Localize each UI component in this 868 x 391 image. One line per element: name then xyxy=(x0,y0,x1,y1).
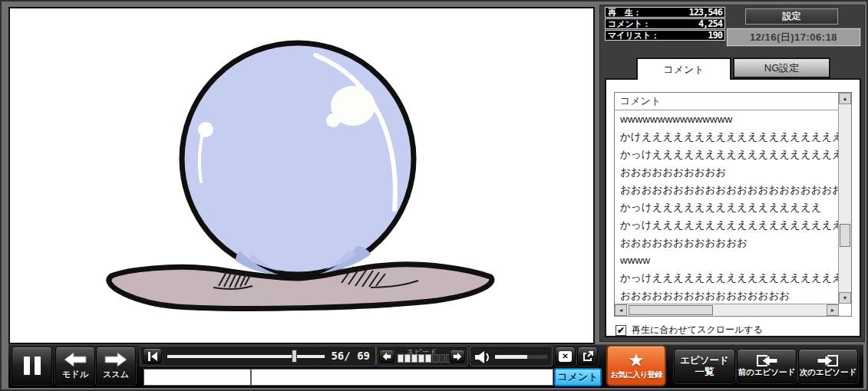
arrow-right-icon xyxy=(453,352,462,361)
prev-episode-icon xyxy=(755,354,778,367)
comment-row[interactable]: かっけええええええええええええええええええ xyxy=(615,216,838,234)
speed-segments xyxy=(398,354,452,363)
stat-comments: コメント： 4,254 xyxy=(605,18,725,29)
seek-thumb[interactable] xyxy=(292,350,297,363)
scroll-left-button[interactable]: ◄ xyxy=(615,304,627,316)
arrow-right-icon xyxy=(104,352,127,367)
pause-icon xyxy=(24,356,41,375)
vertical-scrollbar[interactable]: ▲ ▼ xyxy=(838,93,851,304)
episode-list-label-2: 一覧 xyxy=(695,366,715,378)
stat-views: 再 生： 123,546 xyxy=(605,7,725,18)
comment-input[interactable] xyxy=(251,369,553,386)
volume-control xyxy=(470,346,553,366)
comment-row[interactable]: wwww xyxy=(615,251,838,269)
speaker-icon xyxy=(474,350,491,364)
crystal-ball xyxy=(182,43,414,274)
comment-row[interactable]: おおおおおおおおおお xyxy=(615,163,838,181)
arrow-left-icon xyxy=(64,352,87,367)
step-forward-button[interactable]: ススム xyxy=(96,347,136,385)
scroll-down-button[interactable]: ▼ xyxy=(839,292,851,304)
autoscroll-label: 再生に合わせてスクロールする xyxy=(632,324,763,337)
stat-views-value: 123,546 xyxy=(688,7,724,18)
volume-track[interactable] xyxy=(495,355,547,359)
add-favorite-button[interactable]: ★ お気に入り登録 xyxy=(606,345,666,386)
autoscroll-checkbox[interactable]: ✔ xyxy=(616,325,626,336)
comment-panel: コメント wwwwwwwwwwwwwww かけえええええええええええええええええ… xyxy=(605,78,861,337)
command-input[interactable] xyxy=(144,369,251,386)
prev-episode-label: 前のエピソード xyxy=(738,367,796,378)
pause-button[interactable] xyxy=(12,347,52,385)
add-favorite-label: お気に入り登録 xyxy=(610,370,662,380)
volume-fill xyxy=(495,355,527,359)
speed-up-button[interactable] xyxy=(450,350,465,363)
datetime-display: 12/16(日)17:06:18 xyxy=(726,28,861,47)
stat-mylist-label: マイリスト： xyxy=(606,30,659,41)
comment-row[interactable]: かっけええええええええええええええええええええ xyxy=(615,146,838,163)
next-episode-label: 次のエピソード xyxy=(800,367,857,378)
expand-icon xyxy=(582,350,594,363)
info-panel: 再 生： 123,546 コメント： 4,254 マイリスト： 190 設定 1… xyxy=(599,5,865,342)
vertical-scroll-thumb[interactable] xyxy=(840,224,850,247)
settings-button[interactable]: 設定 xyxy=(745,8,838,25)
comment-row[interactable]: おおおおおおおおおおおおおおおおおおおおおお xyxy=(615,181,838,199)
go-to-start-button[interactable] xyxy=(143,348,162,364)
comment-off-icon: ✕ xyxy=(559,351,572,362)
prev-episode-button[interactable]: 前のエピソード xyxy=(737,349,797,383)
episode-list-button[interactable]: エピソード 一覧 xyxy=(674,349,735,383)
stat-views-label: 再 生： xyxy=(606,7,642,18)
stat-mylist-value: 190 xyxy=(708,30,724,41)
crystal-ball-artwork xyxy=(10,8,593,343)
tab-ng-settings[interactable]: NG設定 xyxy=(733,58,830,78)
ball-highlight-small xyxy=(198,122,213,137)
video-canvas[interactable] xyxy=(8,7,595,344)
stat-comments-value: 4,254 xyxy=(698,18,724,29)
comment-rows: wwwwwwwwwwwwwww かけええええええええええええええええええええええ… xyxy=(615,110,838,304)
toggle-comments-button[interactable]: ✕ xyxy=(555,347,576,366)
comment-row[interactable]: おおおおおおおおおおおお xyxy=(615,234,838,251)
post-comment-button[interactable]: コメント xyxy=(554,368,602,386)
comment-row[interactable]: かけええええええええええええええええええええええ xyxy=(615,128,838,146)
comment-row[interactable]: おおおおおおおおおおおおおおおお xyxy=(615,287,838,304)
step-back-label: モドル xyxy=(62,369,88,380)
comment-row[interactable]: wwwwwwwwwwwwwww xyxy=(615,110,838,128)
stat-mylist: マイリスト： 190 xyxy=(605,30,725,41)
comment-row[interactable]: かっけええええええええええええええええ xyxy=(615,199,838,216)
comment-list-header: コメント xyxy=(615,93,839,110)
comment-row[interactable]: かっけええええええええええええええええええええええ xyxy=(615,269,838,287)
speed-control: スピード xyxy=(376,346,468,366)
speed-down-button[interactable] xyxy=(379,350,394,363)
player-window: 再 生： 123,546 コメント： 4,254 マイリスト： 190 設定 1… xyxy=(0,0,868,391)
next-episode-icon xyxy=(817,354,840,367)
fullscreen-button[interactable] xyxy=(577,347,598,366)
arrow-left-icon xyxy=(382,352,391,361)
step-back-button[interactable]: モドル xyxy=(55,347,95,385)
stat-comments-label: コメント： xyxy=(606,18,651,30)
star-icon: ★ xyxy=(628,351,645,370)
scroll-right-button[interactable]: ► xyxy=(827,304,839,316)
step-forward-label: ススム xyxy=(103,369,129,380)
horizontal-scrollbar[interactable]: ◄ ► xyxy=(615,304,839,316)
autoscroll-row: ✔ 再生に合わせてスクロールする xyxy=(616,324,763,337)
horizontal-scroll-thumb[interactable] xyxy=(629,305,713,315)
seek-track[interactable] xyxy=(167,355,325,358)
seek-bar-group: 56/ 69 xyxy=(140,346,376,366)
skip-to-start-icon xyxy=(147,352,158,361)
control-bar: モドル ススム 56/ 69 スピード xyxy=(8,344,863,388)
frame-counter: 56/ 69 xyxy=(331,350,370,362)
episode-list-label-1: エピソード xyxy=(680,355,729,366)
next-episode-button[interactable]: 次のエピソード xyxy=(798,349,858,383)
scroll-up-button[interactable]: ▲ xyxy=(839,93,851,104)
tab-comment[interactable]: コメント xyxy=(636,58,731,80)
comment-listbox: コメント wwwwwwwwwwwwwww かけえええええええええええええええええ… xyxy=(614,92,852,317)
